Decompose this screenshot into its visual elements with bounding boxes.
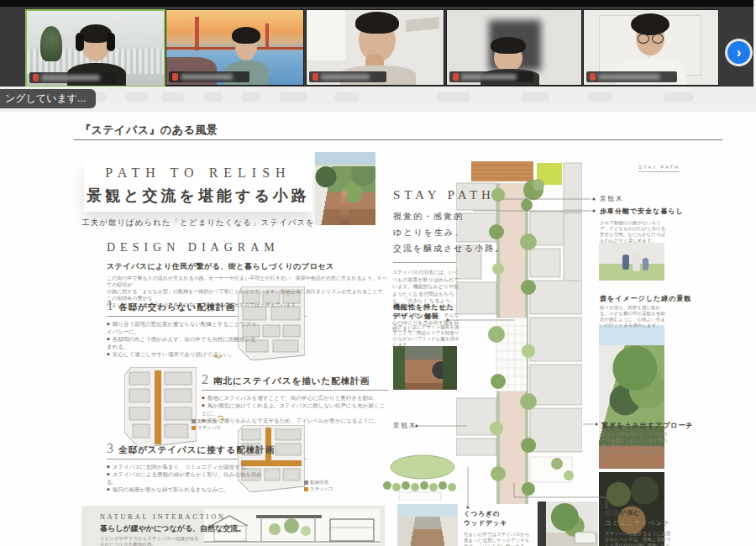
stay-path-heading: STAY PATH — [393, 188, 495, 202]
annotation-deck-body: 住まいの中ではステイパスから奥まった位置にウッドデッキを設け、「ソトを少し愉しめ… — [464, 532, 533, 546]
recording-toast: ングしています... — [0, 89, 96, 108]
person-hair — [491, 37, 526, 54]
video-tile-2[interactable] — [165, 9, 304, 86]
annotation-deck-title: くつろぎの ウッドデッキ — [464, 509, 507, 528]
participant-name-badge — [586, 71, 677, 82]
video-tile-3[interactable] — [306, 9, 444, 86]
dd-item-2-bullets: 敷地にステイパスを通すことで、街の中心に広がりと奥行きを創出。 風が南北に抜けて… — [202, 394, 390, 424]
annotation-approach-title: 寛ぎをうみ出すアプローチ — [601, 421, 694, 430]
annotation-tree-label: 景観木 — [600, 195, 624, 203]
annotation-approach-body: ステイパスを中心としてアプローチを設計しました。外と内の間に寛ぎのスペースが生ま… — [601, 432, 669, 461]
site-diagram-2 — [124, 367, 197, 448]
bridge-tower — [195, 17, 199, 50]
dd-item-2-rule — [202, 390, 388, 391]
participant-name-badge — [169, 71, 249, 82]
photo-white-car — [575, 532, 596, 543]
person-hair — [232, 27, 260, 44]
video-tile-1-active-speaker[interactable] — [25, 9, 165, 87]
annotation-walk-title: 歩車分離で安全な暮らし — [600, 207, 684, 216]
bullet: 安心して過ごしやすい場所であり続けてほしい。 — [107, 350, 258, 358]
annotation-walk-body: クルマ動線の小路がないエリア。子どもものびのびと歩ける安全な空間。なだらかなひろ… — [600, 220, 667, 244]
participant-name-badge — [29, 72, 117, 83]
hero-subtitle: 工夫が散りばめられた「とどまりたくなる」ステイパスを — [81, 218, 316, 228]
photo-person — [643, 258, 648, 270]
headphone-right — [107, 33, 115, 51]
photo-tree-car — [538, 501, 598, 546]
diagram-legend: 配棟区画 ステイパス — [304, 479, 333, 492]
natural-interaction-body: リビングやテラスからステイパスへ視線がゆるやかにつながる断面計画。 内と外のあい… — [100, 536, 201, 546]
page-corner-label: STAY PATH — [638, 165, 680, 172]
dd-item-1-bullets: 隣り合う邸宅の窓位置が重ならない配棟とすることでプライバシーに。 各邸間の向こう… — [107, 320, 258, 358]
photo-person — [633, 253, 640, 271]
bullet: ステイパスによる景観の緑が柔らかく彩り、住み心地を高める。 — [107, 470, 266, 486]
stay-path-divider — [393, 262, 457, 263]
mic-off-icon — [172, 73, 178, 81]
landscape-plan-lawn — [382, 454, 458, 501]
dd-item-3-header: 3 全邸がステイパスに接する配棟計画 — [107, 441, 275, 456]
dd-item-1-header: 1 各邸が交わらない配棟計画 — [107, 298, 235, 313]
toolbar-item-blurred[interactable] — [126, 92, 148, 102]
bullet: 敷地にステイパスを通すことで、街の中心に広がりと奥行きを創出。 — [202, 394, 390, 402]
toolbar-item-blurred[interactable] — [664, 92, 694, 102]
annotation-forest-body: 樹々が茂り、四季を感じ取れる、小さな森の中の景観を各邸宅が囲むように、心地よい住… — [600, 305, 667, 328]
design-diagram-heading: DESIGN DIAGRAM — [107, 241, 280, 255]
bullet: 隣り合う邸宅の窓位置が重ならない配棟とすることでプライバシーに。 — [107, 320, 258, 335]
glasses-left-lens — [638, 34, 649, 44]
participant-name-blurred — [321, 74, 370, 80]
dd-item-3-number: 3 — [107, 441, 113, 456]
plant — [40, 26, 62, 61]
toolbar-item-blurred[interactable] — [204, 92, 223, 102]
toolbar-item-blurred[interactable] — [334, 92, 360, 102]
annotation-bench-body: ステイパスに面するように設置されたベンチは、住民と景観づくり等の会話が弾む場所に… — [605, 531, 674, 546]
toolbar-item-blurred[interactable] — [279, 92, 307, 102]
toolbar-item-blurred[interactable] — [241, 92, 261, 102]
video-tile-5[interactable] — [583, 9, 719, 86]
dd-item-2-number: 2 — [202, 372, 208, 387]
legend-site-label: 配棟区画 — [310, 480, 328, 485]
natural-interaction-heading: NATURAL INTERACTION — [100, 513, 226, 521]
next-participants-button[interactable]: › — [727, 41, 750, 64]
photo-design-pavement — [393, 346, 457, 390]
annotation-pavement-title: 機能性を持たせた デザイン舗装 — [393, 302, 454, 321]
natural-interaction-title: 暮らしが緩やかにつながる、自然な交流。 — [100, 523, 245, 534]
annotation-bench-title-2: コミュニティベンチ — [605, 519, 670, 528]
participant-name-blurred — [598, 74, 660, 80]
meeting-toolbar — [0, 87, 756, 112]
hero-title-en: PATH TO RELISH — [84, 165, 312, 181]
window-top-edge — [0, 0, 756, 7]
doc-page-title: 『ステイパス』のある風景 — [80, 123, 218, 138]
stay-path-lead: 視覚的・感覚的 ゆとりを生み、 交流を醸成させる小路。 — [393, 208, 505, 256]
toolbar-item-blurred[interactable] — [437, 92, 470, 102]
mic-off-icon — [453, 73, 459, 81]
photo-family-lawn — [599, 243, 664, 281]
legend-path-label: ステイパス — [197, 425, 221, 430]
video-tile-4[interactable] — [446, 9, 582, 86]
photo-person — [622, 255, 629, 270]
toolbar-item-blurred[interactable] — [588, 92, 613, 102]
headphone-left — [76, 33, 84, 51]
annotation-tree-label-2: 景観木 — [393, 422, 417, 430]
hero-photo-walkway — [339, 191, 350, 225]
mic-off-icon — [312, 73, 318, 81]
participant-name-badge — [309, 71, 386, 82]
dd-item-2-header: 2 南北にステイパスを描いた配棟計画 — [202, 372, 370, 387]
participant-name-badge — [449, 71, 533, 82]
bullet: 風が南北に抜けてくれる上、ステイパスに面しない住戸にも光が届くことに。 — [202, 402, 390, 417]
toolbar-item-blurred[interactable] — [161, 92, 185, 102]
annotation-bench-title-1: 会話が弾む — [605, 509, 641, 517]
mic-off-icon — [33, 74, 39, 81]
annotation-forest-title: 森をイメージした緑の景観 — [600, 294, 691, 303]
mic-off-icon — [590, 73, 596, 81]
glasses-right-lens — [652, 34, 664, 44]
meeting-window: › ングしています... 『ステイパス』のある風景 PATH TO RELISH… — [0, 0, 756, 546]
dd-item-1-number: 1 — [107, 298, 113, 313]
toolbar-item-blurred[interactable] — [521, 92, 549, 102]
bullet: 安全な通りをみんなで見守るため、アイレベルが豊かになるように。 — [202, 417, 390, 424]
bridge-tower-2 — [265, 24, 269, 47]
person-hair — [631, 13, 669, 35]
title-divider — [74, 139, 722, 140]
window — [307, 10, 345, 60]
dd-item-2-title: 南北にステイパスを描いた配棟計画 — [213, 375, 370, 387]
diagram-legend: 配棟区画 ステイパス — [192, 417, 221, 431]
annotation-pavement-body: ステイパスにデザイン舗装を施すことで、周辺エリアを特徴づけながらパブリックな趣を… — [393, 324, 460, 348]
